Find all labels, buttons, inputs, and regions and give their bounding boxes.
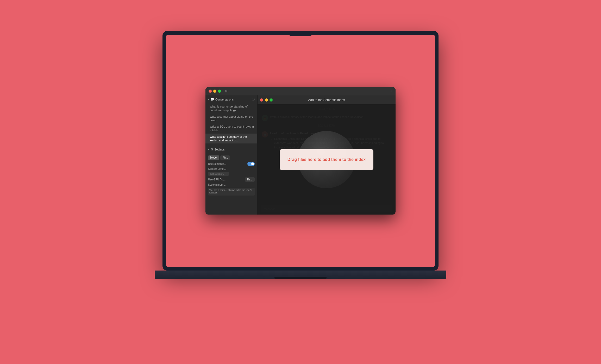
semantic-index-titlebar: Add to the Semantic Index — [258, 95, 396, 105]
gpu-label: Use GPU Acc... — [208, 178, 226, 181]
system-prompt-area[interactable]: You are a comp... always fulfils the use… — [208, 188, 255, 196]
info-icon: ⓘ — [252, 97, 255, 101]
sidebar-item[interactable]: Write a SQL query to count rows in a tab… — [205, 123, 257, 134]
settings-row-semantic: Use Semantic... — [208, 162, 255, 166]
maximize-button[interactable] — [218, 90, 221, 93]
conversations-section-header: ▾ 💬 Conversations ⓘ — [205, 95, 257, 103]
laptop-notch — [289, 31, 312, 36]
grid-icon: ⊞ — [224, 89, 228, 93]
overlay-maximize-button[interactable] — [270, 98, 273, 102]
laptop: ⊞ + ▾ 💬 Conversations ⓘ — [147, 31, 454, 333]
semantic-toggle[interactable] — [247, 162, 255, 166]
context-label: Context Lengt... — [208, 167, 227, 170]
main-content: ▾ 💬 Conversations ⓘ What is your underst… — [205, 95, 396, 215]
overlay-minimize-button[interactable] — [265, 98, 268, 102]
chevron-down-icon: ▾ — [208, 98, 209, 101]
conversations-icon: 💬 — [210, 98, 214, 101]
title-bar: ⊞ + — [205, 87, 396, 95]
temperature-input[interactable] — [208, 172, 229, 176]
chat-area: 🤖 Theo Write a bullet summary of the lea… — [258, 95, 396, 215]
settings-row-gpu: Use GPU Acc... Re... — [208, 177, 255, 182]
settings-row-temperature — [208, 172, 255, 176]
semantic-index-body[interactable]: Drag files here to add them to the index — [258, 105, 396, 215]
settings-tabs: Model Ph... — [208, 155, 255, 160]
chevron-down-icon: ▾ — [208, 148, 209, 151]
settings-label: Settings — [214, 148, 225, 151]
overlay-traffic-lights — [260, 98, 273, 102]
close-button[interactable] — [209, 90, 212, 93]
sidebar: ▾ 💬 Conversations ⓘ What is your underst… — [205, 95, 258, 215]
settings-row-system-prompt: System prom... — [208, 183, 255, 186]
settings-tab-model[interactable]: Model — [208, 155, 219, 160]
reload-button[interactable]: Re... — [245, 177, 255, 182]
app-window: ⊞ + ▾ 💬 Conversations ⓘ — [205, 87, 396, 215]
laptop-screen: ⊞ + ▾ 💬 Conversations ⓘ — [166, 35, 435, 267]
settings-section-header: ▾ ⚙ Settings — [205, 146, 257, 153]
toggle-thumb — [251, 162, 254, 165]
system-prompt-label: System prom... — [208, 183, 226, 186]
overlay-close-button[interactable] — [260, 98, 263, 102]
drag-drop-text: Drag files here to add them to the index — [287, 157, 366, 162]
add-button[interactable]: + — [390, 89, 392, 93]
minimize-button[interactable] — [213, 90, 216, 93]
conversations-label: Conversations — [215, 98, 234, 101]
traffic-lights — [209, 90, 221, 93]
sidebar-item[interactable]: What is your understanding of quantum co… — [205, 103, 257, 114]
sidebar-item[interactable]: Write a sonnet about sitting on the beac… — [205, 114, 257, 124]
semantic-label: Use Semantic... — [208, 162, 227, 165]
laptop-base — [155, 271, 446, 279]
drag-drop-zone[interactable]: Drag files here to add them to the index — [280, 149, 373, 170]
settings-tab-ph[interactable]: Ph... — [220, 155, 230, 160]
semantic-index-title: Add to the Semantic Index — [308, 98, 345, 102]
settings-content: Model Ph... Use Semantic... — [205, 153, 257, 198]
title-bar-icons: ⊞ — [224, 89, 228, 93]
semantic-index-overlay: Add to the Semantic Index Drag files her… — [258, 95, 396, 215]
screen-bezel: ⊞ + ▾ 💬 Conversations ⓘ — [162, 31, 439, 271]
settings-icon: ⚙ — [210, 148, 213, 151]
settings-row-context: Context Lengt... — [208, 167, 255, 170]
sidebar-item-active[interactable]: Write a bullet summary of the leadup and… — [205, 134, 257, 144]
